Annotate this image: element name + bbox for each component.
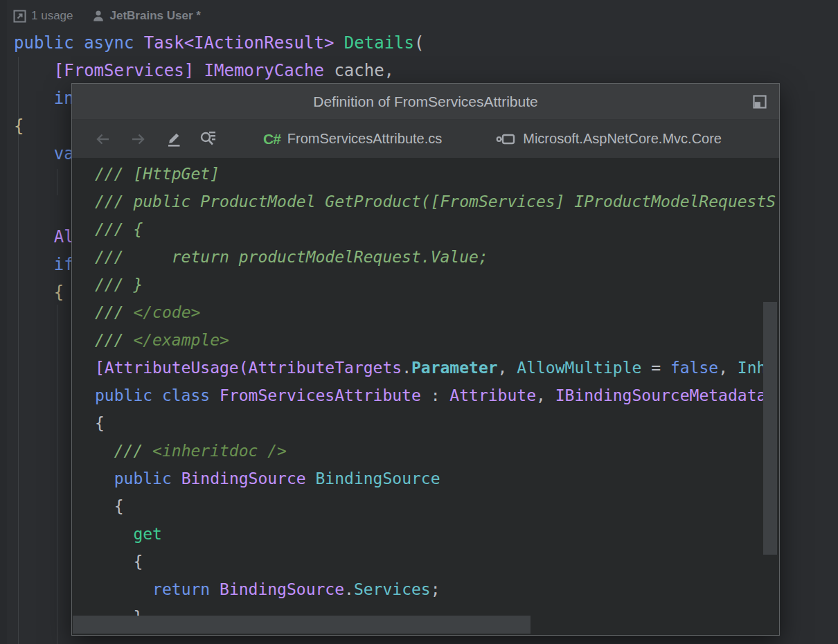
- popup-title-bar[interactable]: Definition of FromServicesAttribute: [72, 84, 779, 120]
- code-line: public BindingSource BindingSource: [95, 465, 779, 492]
- popup-assembly-name: Microsoft.AspNetCore.Mvc.Core: [523, 131, 722, 147]
- definition-popup: Definition of FromServicesAttribute: [71, 83, 780, 636]
- library-icon: [496, 132, 516, 147]
- show-in-find-window-icon[interactable]: [198, 129, 219, 149]
- forward-icon[interactable]: [130, 132, 147, 147]
- usages-icon[interactable]: [13, 10, 26, 23]
- popup-toolbar: C# FromServicesAttribute.cs Microsoft.As…: [72, 120, 779, 158]
- popup-title: Definition of FromServicesAttribute: [313, 93, 537, 110]
- code-line: /// </code>: [95, 298, 779, 326]
- code-line: /// </example>: [95, 326, 779, 354]
- popup-code[interactable]: /// [HttpGet]/// public ProductModel Get…: [72, 159, 779, 635]
- code-line: public class FromServicesAttribute : Att…: [95, 382, 779, 409]
- back-icon[interactable]: [94, 132, 111, 147]
- indent-guide: [57, 305, 57, 644]
- code-line: get: [95, 520, 779, 548]
- code-line: [AttributeUsage(AttributeTargets.Paramet…: [95, 354, 779, 382]
- code-line: public async Task<IActionResult> Details…: [14, 29, 424, 57]
- code-line: /// [HttpGet]: [95, 160, 779, 188]
- code-line: {: [95, 548, 779, 575]
- code-line: {: [95, 492, 779, 520]
- code-line: /// <inheritdoc />: [95, 437, 779, 465]
- code-line: return BindingSource.Services;: [95, 575, 779, 603]
- code-line: /// }: [95, 271, 779, 298]
- usages-inlay-hint[interactable]: 1 usage: [31, 9, 73, 23]
- vcs-author-inlay-hint[interactable]: JetBrains User *: [110, 9, 201, 23]
- editor-gutter-edge: [0, 0, 7, 644]
- ide-editor-screen: 1 usage JetBrains User * public async Ta…: [0, 0, 838, 644]
- vertical-scrollbar-thumb[interactable]: [763, 302, 777, 555]
- author-icon: [91, 9, 105, 23]
- edit-source-icon[interactable]: [165, 129, 183, 148]
- horizontal-scrollbar-thumb[interactable]: [73, 616, 531, 634]
- code-line: /// {: [95, 215, 779, 243]
- code-line: /// public ProductModel GetProduct([From…: [95, 188, 779, 215]
- code-line: {: [95, 409, 779, 437]
- popup-file-name: FromServicesAttribute.cs: [287, 131, 442, 147]
- open-as-tool-window-icon[interactable]: [751, 93, 768, 110]
- csharp-file-icon: C#: [263, 131, 280, 147]
- code-line: /// return productModelRequest.Value;: [95, 243, 779, 271]
- code-lens-row: 1 usage JetBrains User *: [13, 4, 201, 28]
- code-line: [FromServices] IMemoryCache cache,: [14, 57, 424, 84]
